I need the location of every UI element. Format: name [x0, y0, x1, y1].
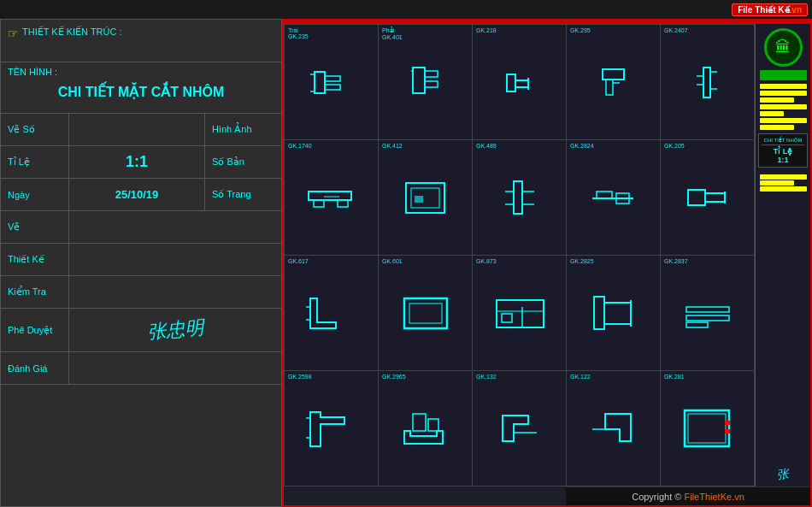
- side-info-title: CHI TIẾT NHÔM: [762, 137, 804, 143]
- svg-rect-9: [507, 74, 515, 91]
- cad-area: TráiGK.235 PhảiGK.401: [282, 19, 812, 507]
- cad-shape-15: [678, 290, 738, 337]
- cell-pheduyet-value: 张忠明: [69, 309, 281, 351]
- yellow-bars-bottom: [760, 174, 807, 192]
- svg-rect-62: [685, 410, 729, 446]
- svg-rect-7: [425, 81, 438, 87]
- row-danhgia: Đánh Giá: [1, 352, 281, 385]
- copyright-brand: FileThietKe.vn: [684, 492, 744, 502]
- cad-shape-8: [490, 174, 550, 221]
- cad-cell-1: TráiGK.235: [285, 25, 378, 139]
- cad-cell-14: GK.2825: [567, 256, 660, 370]
- row-kiemtra: Kiểm Tra: [1, 276, 281, 309]
- cad-cell-17: GK.2965: [379, 371, 472, 486]
- cell-soban-label: Số Bản: [204, 146, 281, 178]
- title-block: ☞ THIẾT KẾ KIẾN TRÚC : TÊN HÌNH : CHI TI…: [0, 19, 282, 507]
- name-section: TÊN HÌNH : CHI TIẾT MẶT CẮT NHÔM: [1, 62, 281, 114]
- row-thietke: Thiết Kế: [1, 244, 281, 276]
- cad-shape-4: [584, 59, 644, 106]
- name-label: TÊN HÌNH :: [8, 67, 274, 77]
- svg-rect-54: [686, 315, 729, 321]
- svg-rect-27: [415, 196, 423, 203]
- svg-rect-14: [606, 80, 613, 95]
- cad-cell-2: PhảiGK.401: [379, 25, 472, 139]
- svg-rect-34: [597, 192, 612, 198]
- side-info-box: CHI TIẾT NHÔM Tỉ Lệ 1:1: [758, 133, 808, 168]
- row-tile: Tỉ Lệ 1:1 Số Bản: [1, 146, 281, 179]
- svg-rect-6: [425, 71, 438, 77]
- green-bar: [760, 70, 807, 80]
- svg-rect-63: [688, 414, 726, 443]
- cad-cell-3: GK.218: [473, 25, 566, 139]
- cad-cell-7: GK.412: [379, 140, 472, 255]
- cad-cell-13: GK.873: [473, 256, 566, 370]
- svg-rect-16: [703, 68, 710, 97]
- svg-rect-47: [502, 314, 512, 322]
- svg-rect-43: [404, 298, 447, 328]
- row-ve: Vẽ: [1, 211, 281, 244]
- cell-tile-label: Tỉ Lệ: [1, 146, 69, 178]
- company-section: ☞ THIẾT KẾ KIẾN TRÚC :: [1, 20, 281, 62]
- cad-shape-18: [490, 405, 550, 452]
- cad-cell-12: GK.601: [379, 256, 472, 370]
- cell-thietke-value: [69, 244, 281, 275]
- company-label: THIẾT KẾ KIẾN TRÚC :: [22, 27, 122, 38]
- cell-danhgia-value: [69, 352, 281, 384]
- cell-ve-value: [69, 211, 281, 243]
- house-icon: 🏛: [775, 38, 791, 56]
- svg-rect-25: [406, 183, 444, 213]
- yellow-bars-top: [760, 84, 807, 130]
- cad-cell-9: GK.2824: [567, 140, 660, 255]
- svg-rect-23: [338, 200, 348, 207]
- cell-veso-value: [69, 114, 204, 145]
- cell-tile-value: 1:1: [69, 146, 204, 178]
- cad-shape-9: [584, 174, 644, 221]
- svg-rect-58: [413, 414, 426, 431]
- main-container: File Thiết Kế.vn ☞ THIẾT KẾ KIẾN TRÚC : …: [0, 0, 812, 507]
- cad-cell-15: GK.2837: [661, 256, 754, 370]
- cell-danhgia-label: Đánh Giá: [1, 352, 69, 384]
- cell-ve-label: Vẽ: [1, 211, 69, 243]
- cad-shape-16: [302, 405, 362, 452]
- copyright-text: Copyright © FileThietKe.vn: [632, 492, 744, 502]
- signature: 张忠明: [146, 315, 204, 345]
- svg-rect-55: [686, 322, 708, 327]
- svg-rect-13: [603, 69, 624, 80]
- side-ratio-label: Tỉ Lệ: [762, 147, 804, 156]
- cad-shape-1: [302, 59, 362, 106]
- logo-badge: File Thiết Kế.vn: [732, 3, 808, 16]
- cad-shape-7: [396, 174, 456, 221]
- cad-shape-11: [302, 290, 362, 337]
- svg-rect-0: [315, 72, 325, 93]
- cad-shape-17: [396, 405, 456, 452]
- cell-veso-label: Vẽ Số: [1, 114, 69, 145]
- cad-cell-8: GK.489: [473, 140, 566, 255]
- cad-cell-11: GK.617: [285, 256, 378, 370]
- drawing-name: CHI TIẾT MẶT CẮT NHÔM: [8, 80, 274, 103]
- cad-shape-19: [584, 405, 644, 452]
- logo-domain: .vn: [790, 5, 802, 15]
- svg-rect-65: [725, 429, 730, 433]
- svg-rect-21: [309, 192, 351, 200]
- cell-thietke-label: Thiết Kế: [1, 244, 69, 275]
- cad-shape-10: [678, 174, 738, 221]
- row-veso: Vẽ Số Hình Ảnh: [1, 114, 281, 146]
- cad-shape-5: [678, 59, 738, 106]
- svg-rect-53: [686, 307, 729, 312]
- copyright-bar: Copyright © FileThietKe.vn: [566, 486, 810, 505]
- cell-pheduyet-label: Phê Duyệt: [1, 309, 69, 351]
- cad-shape-14: [584, 290, 644, 337]
- side-ratio-value: 1:1: [762, 156, 804, 164]
- svg-rect-44: [409, 304, 442, 323]
- svg-rect-1: [325, 76, 340, 81]
- row-pheduyet: Phê Duyệt 张忠明: [1, 309, 281, 352]
- cad-shape-3: [490, 59, 550, 106]
- cad-shape-12: [396, 290, 456, 337]
- top-bar: File Thiết Kế.vn: [0, 0, 812, 19]
- svg-rect-22: [314, 200, 324, 207]
- side-signature: 张: [776, 466, 790, 482]
- svg-rect-59: [428, 419, 438, 431]
- cell-ngay-label: Ngày: [1, 179, 69, 210]
- logo-circle: 🏛: [764, 28, 803, 67]
- cad-cell-5: GK.2407: [661, 25, 754, 139]
